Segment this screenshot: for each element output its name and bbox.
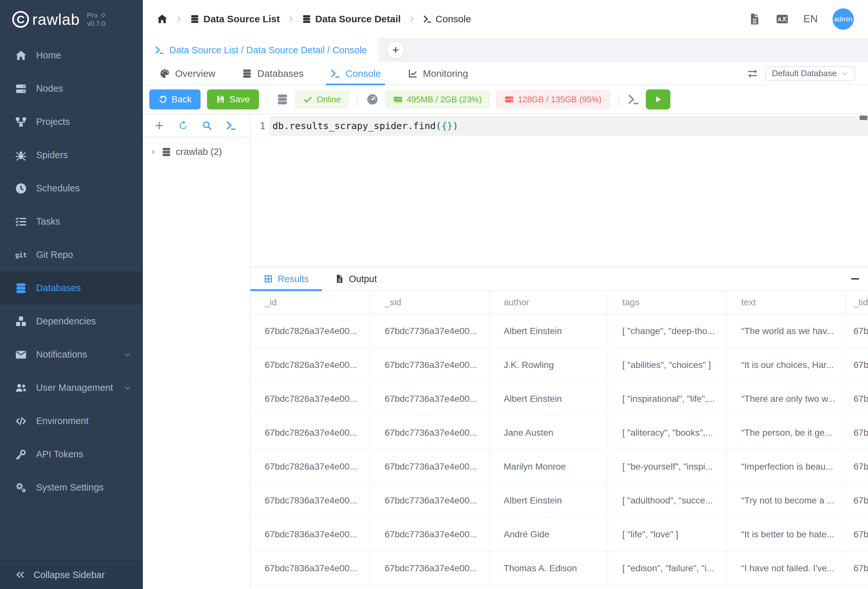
table-cell: [ "life", "love" ] bbox=[608, 518, 727, 552]
database-icon bbox=[190, 14, 199, 24]
sidebar-item-api-tokens[interactable]: API Tokens bbox=[0, 438, 143, 471]
git-icon bbox=[15, 249, 27, 261]
caret-right-icon[interactable] bbox=[150, 148, 157, 155]
tab-overview[interactable]: Overview bbox=[156, 62, 219, 84]
table-cell: [ "be-yourself", "inspi... bbox=[608, 450, 727, 484]
console-workspace: crawlab (2) 1 db.results_scrapy_spider.f… bbox=[143, 114, 868, 589]
tree-node-crawlab[interactable]: crawlab (2) bbox=[143, 147, 250, 157]
home-icon[interactable] bbox=[156, 13, 168, 25]
table-row[interactable]: 67bdc7826a37e4e00...67bdc7736a37e4e00...… bbox=[251, 314, 868, 348]
sidebar-item-dependencies[interactable]: Dependencies bbox=[0, 305, 143, 338]
active-page-tab[interactable]: Data Source List / Data Source Detail / … bbox=[143, 38, 379, 62]
collapse-sidebar-button[interactable]: Collapse Sidebar bbox=[0, 560, 143, 589]
spider-icon bbox=[15, 149, 27, 161]
table-row[interactable]: 67bdc7826a37e4e00...67bdc7736a37e4e00...… bbox=[251, 348, 868, 382]
column-header[interactable]: _id bbox=[251, 291, 371, 314]
language-selector[interactable]: EN bbox=[803, 13, 818, 25]
document-icon[interactable] bbox=[748, 13, 761, 25]
sidebar-item-projects[interactable]: Projects bbox=[0, 105, 143, 138]
sidebar-item-databases[interactable]: Databases bbox=[0, 271, 143, 305]
breadcrumb-item-data-source-detail[interactable]: Data Source Detail bbox=[302, 13, 401, 25]
database-select[interactable]: Default Database bbox=[765, 66, 855, 81]
table-cell: 67bdc7736a37e4e00... bbox=[371, 450, 489, 484]
tab-results[interactable]: Results bbox=[251, 267, 322, 290]
breadcrumb-separator-icon bbox=[408, 15, 416, 23]
table-cell: 67bdc7736a37e4e00... bbox=[371, 552, 489, 586]
edition-badge: Pro bbox=[87, 11, 106, 19]
sidebar-item-home[interactable]: Home bbox=[0, 39, 143, 72]
breadcrumb-item-data-source-list[interactable]: Data Source List bbox=[190, 13, 280, 25]
sidebar-item-nodes[interactable]: Nodes bbox=[0, 72, 143, 105]
code-editor[interactable]: 1 db.results_scrapy_spider.find({}) bbox=[251, 114, 868, 266]
document-icon bbox=[335, 274, 344, 284]
collapse-panel-icon[interactable] bbox=[849, 273, 861, 285]
undo-icon bbox=[158, 95, 167, 104]
column-header[interactable]: text bbox=[727, 291, 846, 314]
key-icon bbox=[15, 448, 27, 460]
table-cell: [ "adulthood", "succe... bbox=[608, 484, 727, 518]
column-header[interactable]: tags bbox=[608, 291, 727, 314]
table-cell: Marilyn Monroe bbox=[489, 450, 608, 484]
table-row[interactable]: 67bdc7826a37e4e00...67bdc7736a37e4e00...… bbox=[251, 416, 868, 450]
breadcrumb-item-console[interactable]: Console bbox=[423, 13, 471, 25]
table-cell: “Try not to become a ... bbox=[727, 484, 846, 518]
disk-usage-badge: 128GB / 135GB (95%) bbox=[496, 90, 610, 108]
tab-console[interactable]: Console bbox=[326, 62, 385, 84]
table-cell: 67bdc7736a37e4e00... bbox=[371, 518, 489, 552]
chevron-down-icon bbox=[124, 384, 131, 392]
database-icon bbox=[242, 68, 252, 79]
sidebar-item-label: User Management bbox=[36, 382, 113, 393]
code-text: db.results_scrapy_spider.find bbox=[272, 120, 435, 131]
swap-database-icon[interactable] bbox=[747, 68, 758, 79]
refresh-icon[interactable] bbox=[178, 120, 189, 131]
sidebar-item-environment[interactable]: Environment bbox=[0, 404, 143, 438]
cubes-icon bbox=[15, 315, 27, 328]
table-cell: 67bdc7826a37e4e00... bbox=[251, 450, 371, 484]
table-row[interactable]: 67bdc7836a37e4e00...67bdc7736a37e4e00...… bbox=[251, 518, 868, 552]
table-row[interactable]: 67bdc7836a37e4e00...67bdc7736a37e4e00...… bbox=[251, 552, 868, 586]
add-tab-button[interactable] bbox=[387, 41, 404, 58]
run-query-button[interactable] bbox=[646, 89, 670, 110]
table-cell: Albert Einstein bbox=[489, 382, 608, 416]
disk-icon bbox=[504, 95, 514, 104]
table-row[interactable]: 67bdc7826a37e4e00...67bdc7736a37e4e00...… bbox=[251, 450, 868, 484]
sidebar-item-tasks[interactable]: Tasks bbox=[0, 205, 143, 238]
column-header[interactable]: author bbox=[489, 291, 608, 314]
code-line: 1 db.results_scrapy_spider.find({}) bbox=[251, 116, 868, 136]
search-icon[interactable] bbox=[202, 120, 213, 131]
table-cell: “The person, be it ge... bbox=[727, 416, 846, 450]
table-row[interactable]: 67bdc7836a37e4e00...67bdc7736a37e4e00...… bbox=[251, 484, 868, 518]
chevron-down-icon bbox=[124, 351, 131, 358]
tab-databases[interactable]: Databases bbox=[238, 62, 307, 84]
tab-output[interactable]: Output bbox=[322, 267, 390, 290]
editor-scrollbar[interactable] bbox=[860, 115, 867, 120]
sidebar-item-user-management[interactable]: User Management bbox=[0, 371, 143, 404]
sidebar-item-label: Tasks bbox=[36, 216, 60, 227]
home-icon bbox=[15, 49, 27, 62]
sidebar-item-notifications[interactable]: Notifications bbox=[0, 338, 143, 371]
column-header[interactable]: _tid bbox=[846, 291, 868, 314]
clock-icon bbox=[15, 182, 27, 195]
back-button[interactable]: Back bbox=[149, 89, 201, 110]
save-button[interactable]: Save bbox=[207, 89, 259, 110]
table-cell: [ "abilities", "choices" ] bbox=[608, 348, 727, 382]
app-version: v0.7.0 bbox=[87, 19, 106, 28]
table-cell: [ "aliteracy", "books",... bbox=[608, 416, 727, 450]
table-cell: 67bdc7836a37e4e00... bbox=[251, 552, 371, 586]
terminal-icon bbox=[155, 45, 164, 55]
sidebar-item-label: Projects bbox=[36, 117, 70, 127]
column-header[interactable]: _sid bbox=[371, 291, 489, 314]
tab-monitoring[interactable]: Monitoring bbox=[404, 62, 472, 84]
translate-icon[interactable] bbox=[776, 13, 789, 25]
sidebar-item-git-repo[interactable]: Git Repo bbox=[0, 238, 143, 271]
table-row[interactable]: 67bdc7826a37e4e00...67bdc7736a37e4e00...… bbox=[251, 382, 868, 416]
sidebar-item-system-settings[interactable]: System Settings bbox=[0, 471, 143, 504]
code-icon bbox=[15, 415, 27, 427]
sidebar-item-spiders[interactable]: Spiders bbox=[0, 138, 143, 172]
app-logo[interactable]: C rawlab Pro v0.7.0 bbox=[0, 0, 143, 39]
add-icon[interactable] bbox=[154, 120, 165, 131]
avatar[interactable]: admin bbox=[833, 8, 854, 30]
sidebar-item-schedules[interactable]: Schedules bbox=[0, 172, 143, 205]
terminal-icon[interactable] bbox=[225, 120, 236, 131]
terminal-icon bbox=[627, 93, 639, 105]
